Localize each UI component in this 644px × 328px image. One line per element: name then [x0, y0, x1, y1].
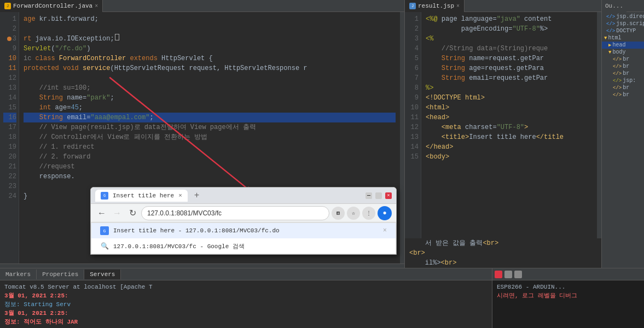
tab-servers[interactable]: Servers	[84, 270, 121, 279]
file-icon-3: </>	[606, 28, 615, 34]
console-clear-btn[interactable]	[514, 271, 522, 278]
rcode-3: <%	[426, 34, 593, 44]
profile-icon[interactable]: ●	[378, 206, 392, 220]
console-stop-btn[interactable]	[495, 271, 502, 278]
page-icon: G	[100, 226, 109, 235]
rcode-4: //String data=(String)reque	[426, 44, 593, 54]
horizontal-scrollbar-left[interactable]	[0, 263, 404, 268]
back-button[interactable]: ←	[95, 207, 108, 220]
tab-properties[interactable]: Properties	[37, 270, 84, 279]
right-tab-x[interactable]: ×	[456, 3, 460, 9]
dropdown-item-1-label: Insert title here - 127.0.0.1:8081/MVC03…	[113, 227, 280, 234]
search-icon-dropdown: 🔍	[100, 242, 109, 250]
refresh-button[interactable]: ↻	[126, 207, 139, 220]
folder-open-icon-html: ▼	[604, 36, 607, 41]
rcode-extra-3: il%><br>	[409, 258, 597, 268]
file-tree-panel: </> jsp.direc </> jsp.script </> DOCTYP …	[602, 12, 644, 268]
rcode-extra-2: <br>	[409, 248, 597, 258]
right-code-editor: 123456789101112131415 <%@ page language=…	[405, 12, 602, 268]
browser-maximize-btn[interactable]	[375, 192, 382, 199]
console-line-1: Tomcat v8.5 Server at localhost [Apache …	[4, 283, 488, 291]
rcode-2: pageEncoding="UTF-8"%>	[426, 24, 593, 34]
code-line-10: ic class ForwardController extends HttpS…	[24, 54, 396, 63]
element-icon-1: </>	[613, 57, 622, 62]
code-line-19: // 1. redirect	[24, 142, 396, 152]
rcode-5: String name=request.getPar	[426, 54, 593, 63]
vertical-scrollbar-left[interactable]	[400, 12, 404, 263]
tree-item-br2[interactable]: </> br	[602, 63, 644, 70]
file-tree-tab[interactable]: Ou...	[602, 0, 626, 12]
line-numbers-left: 1239101112131415161718192021222324	[0, 12, 19, 263]
rcode-13: <title>Insert title here</title	[426, 132, 593, 142]
console-pause-btn[interactable]	[504, 271, 512, 278]
left-editor-tab[interactable]: J ForwardController.java ×	[0, 0, 103, 12]
code-line-22: response.	[24, 172, 396, 181]
tree-item-br1[interactable]: </> br	[602, 56, 644, 63]
tree-item-br3[interactable]: </> br	[602, 70, 644, 77]
tree-item-jsp-direc[interactable]: </> jsp.direc	[602, 13, 644, 20]
rcode-14: </head>	[426, 142, 593, 152]
browser-tab-close[interactable]: ×	[178, 192, 182, 199]
tree-item-jsp[interactable]: </> jsp:	[602, 77, 644, 84]
console-right-content: ESP8266 - ARDUIN... 시려면, 로그 레벨을 디버그	[492, 280, 644, 328]
tree-item-html[interactable]: ▼ html	[602, 34, 644, 42]
console-content-left: Tomcat v8.5 Server at localhost [Apache …	[0, 280, 492, 328]
tree-item-doctype[interactable]: </> DOCTYP	[602, 27, 644, 34]
jsp-file-icon: J	[409, 3, 416, 9]
right-editor-tab[interactable]: J result.jsp ×	[405, 0, 465, 12]
browser-tab[interactable]: G Insert title here ×	[95, 190, 188, 202]
dropdown-item-1[interactable]: G Insert title here - 127.0.0.1:8081/MVC…	[91, 223, 396, 238]
browser-tab-title: Insert title here	[113, 192, 174, 199]
java-file-icon: J	[4, 3, 11, 9]
element-icon-5: </>	[613, 92, 622, 98]
tree-item-br4[interactable]: </> br	[602, 84, 644, 91]
browser-icon-ext1[interactable]: ⊞	[332, 207, 345, 220]
browser-icon-ext3[interactable]: ⋮	[362, 207, 375, 220]
code-content-right[interactable]: <%@ page language="java" content pageEnc…	[421, 12, 597, 238]
tab-markers[interactable]: Markers	[0, 270, 37, 279]
browser-icon-ext2[interactable]: ☆	[347, 207, 360, 220]
rcode-1: <%@ page language="java" content	[426, 14, 593, 24]
code-line-16: String email="aaa@empal.com";	[24, 113, 396, 122]
browser-minimize-btn[interactable]: —	[365, 192, 372, 199]
rcode-9: <!DOCTYPE html>	[426, 93, 593, 103]
rcode-extra-1: 서 받은 값을 출력<br>	[409, 238, 597, 248]
code-line-15: int age=45;	[24, 103, 396, 113]
dropdown-item-1-x[interactable]: ×	[383, 227, 387, 235]
dropdown-item-2[interactable]: 🔍 127.0.0.1:8081/MVC03/fc - Google 검색	[91, 238, 396, 254]
folder-open-icon-body: ▼	[608, 50, 611, 55]
code-line-17: // View page(result.jsp)로 data전달하여 View …	[24, 122, 396, 132]
browser-new-tab-btn[interactable]: +	[192, 191, 202, 201]
bottom-panel: Markers Properties Servers Tomcat v8.5 S…	[0, 268, 644, 328]
console-line-4: 3월 01, 2021 2:25:	[4, 309, 488, 318]
url-dropdown: G Insert title here - 127.0.0.1:8081/MVC…	[91, 222, 396, 254]
element-icon-jsp: </>	[613, 78, 622, 84]
rcode-8: %>	[426, 83, 593, 93]
console-right: ESP8266 - ARDUIN... 시려면, 로그 레벨을 디버그	[492, 268, 644, 328]
element-icon-3: </>	[613, 71, 622, 77]
code-line-20: // 2. forward	[24, 152, 396, 162]
code-line-14: String name="park";	[24, 93, 396, 103]
browser-favicon: G	[101, 192, 108, 200]
code-line-13: //int su=100;	[24, 83, 396, 93]
tree-item-jsp-script[interactable]: </> jsp.script	[602, 20, 644, 27]
element-icon-2: </>	[613, 64, 622, 69]
code-line-9: Servlet("/fc.do")	[24, 44, 396, 54]
browser-navbar: ← → ↻ ⊞ ☆ ⋮ ●	[91, 204, 396, 222]
tree-item-br5[interactable]: </> br	[602, 91, 644, 98]
forward-button[interactable]: →	[111, 207, 124, 220]
tree-item-head[interactable]: ▶ head	[602, 42, 644, 49]
file-tree-tab-label: Ou...	[605, 3, 623, 9]
file-icon-1: </>	[606, 14, 615, 20]
console-right-line-2: 시려면, 로그 레벨을 디버그	[497, 291, 640, 300]
code-line-3: rt java.io.IOException;	[24, 34, 396, 44]
vertical-scrollbar-right[interactable]	[597, 12, 601, 238]
tree-item-body[interactable]: ▼ body	[602, 49, 644, 56]
url-input[interactable]	[141, 206, 329, 220]
left-tab-x[interactable]: ×	[95, 3, 98, 9]
browser-close-btn[interactable]: ×	[385, 192, 392, 199]
file-tree-content: </> jsp.direc </> jsp.script </> DOCTYP …	[602, 12, 644, 268]
code-line-21: //request	[24, 162, 396, 172]
right-tab-label: result.jsp	[418, 3, 454, 9]
console-line-2: 3월 01, 2021 2:25:	[4, 291, 488, 300]
